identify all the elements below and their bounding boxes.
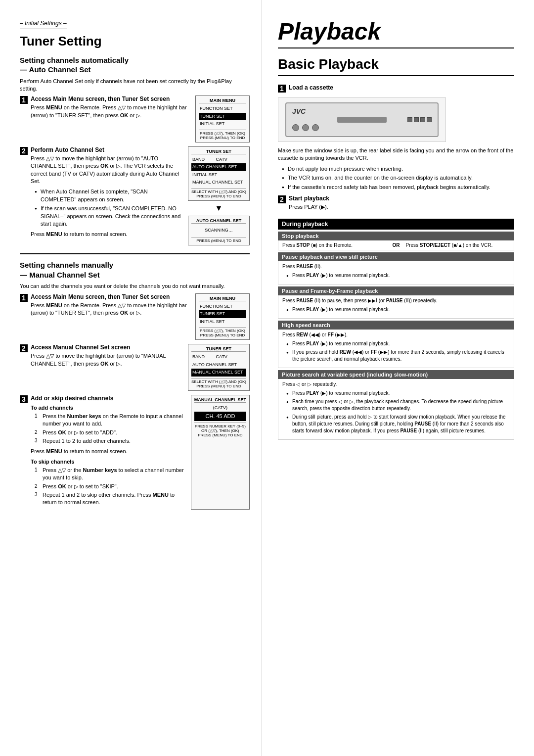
pause-bullet-1: Press PLAY (▶) to resume normal playback… xyxy=(286,272,510,279)
initial-settings-label: – Initial Settings – xyxy=(20,20,67,29)
playback-title: Playback xyxy=(278,20,514,44)
load-cassette-bullets: Do not apply too much pressure when inse… xyxy=(282,165,514,191)
varspeed-section-title: Picture search at variable speed (includ… xyxy=(278,370,514,379)
skip-channels-list: 1Press △▽ or the Number keys to select a… xyxy=(35,467,188,507)
load-cassette-body: Make sure the window side is up, the rea… xyxy=(278,147,514,162)
m-tuner-set: TUNER SET xyxy=(199,310,246,318)
play-step2-title: Start playback xyxy=(289,195,514,202)
auto-screens: TUNER SET BAND CATV AUTO CHANNEL SET INI… xyxy=(188,146,250,246)
manual-step2-num: 2 xyxy=(20,344,28,352)
manual-step3: 3 Add or skip desired channels To add ch… xyxy=(20,395,250,510)
tuner-set-screen: TUNER SET BAND CATV AUTO CHANNEL SET INI… xyxy=(188,146,250,201)
manual-channel-section: Setting channels manually— Manual Channe… xyxy=(20,260,250,509)
vcr-right-btn-4 xyxy=(427,117,432,122)
manual-tuner-title: TUNER SET xyxy=(191,346,246,352)
manual-step1: 1 Access Main Menu screen, then Tuner Se… xyxy=(20,293,250,340)
manual-main-menu-screen: MAIN MENU FUNCTION SET TUNER SET INITIAL… xyxy=(195,293,250,340)
auto-channel-footer: PRESS (MENU) TO END xyxy=(191,237,246,243)
screen-initial-set: INITIAL SET xyxy=(199,120,246,128)
manual-step2: 2 Access Manual Channel Set screen Press… xyxy=(20,344,250,391)
frame-body: Press PAUSE (II) to pause, then press ▶▶… xyxy=(282,297,510,304)
highspeed-section-content: Press REW (◀◀) or FF (▶▶). Press PLAY (▶… xyxy=(278,330,514,368)
add-item-3: 3Repeat 1 to 2 to add other channels. xyxy=(35,437,188,445)
vcr-slot xyxy=(337,117,387,123)
vcr-right-btn-2 xyxy=(414,117,419,122)
ts-initial: INITIAL SET xyxy=(191,171,246,179)
ts-manual: MANUAL CHANNEL SET xyxy=(191,179,246,187)
mcs-footer: PRESS NUMBER KEY (0–9)OR (△▽), THEN (OK)… xyxy=(194,423,246,437)
add-item-1: 1Press the Number keys on the Remote to … xyxy=(35,413,188,428)
tuner-setting-title: Tuner Setting xyxy=(20,34,250,48)
varspeed-section-content: Press ◁ or ▷ repeatedly. Press PLAY (▶) … xyxy=(278,379,514,440)
auto-step1: 1 Access Main Menu screen, then Tuner Se… xyxy=(20,95,250,142)
auto-step2-bullets: When Auto Channel Set is complete, "SCAN… xyxy=(35,188,185,228)
play-step1-content: Load a cassette xyxy=(289,84,514,93)
hs-bullet-2: If you press and hold REW (◀◀) or FF (▶▶… xyxy=(286,349,510,363)
section-divider xyxy=(20,253,250,254)
play-step1-num: 1 xyxy=(278,85,286,93)
manual-tuner-screen: TUNER SET BAND CATV AUTO CHANNEL SET MAN… xyxy=(188,344,250,391)
main-menu-screen-title: MAIN MENU xyxy=(199,98,246,103)
highspeed-body: Press REW (◀◀) or FF (▶▶). xyxy=(282,331,510,338)
manual-step1-num: 1 xyxy=(20,294,28,302)
manual-ch-screen-title: MANUAL CHANNEL SET xyxy=(194,397,246,403)
pause-section-content: Press PAUSE (II). Press PLAY (▶) to resu… xyxy=(278,261,514,284)
manual-step2-title: Access Manual Channel Set screen xyxy=(31,344,185,351)
m-function-set: FUNCTION SET xyxy=(199,303,246,311)
vcr-right-buttons xyxy=(407,117,432,122)
pause-bullets: Press PLAY (▶) to resume normal playback… xyxy=(286,272,510,279)
vcr-brand: JVC xyxy=(292,107,306,115)
add-channels-list: 1Press the Number keys on the Remote to … xyxy=(35,413,188,445)
vcr-body: JVC xyxy=(285,102,439,137)
auto-channel-title: Setting channels automatically— Auto Cha… xyxy=(20,55,250,75)
frame-bullets: Press PLAY (▶) to resume normal playback… xyxy=(286,306,510,313)
vcr-circle-btn-2 xyxy=(302,124,309,131)
screen-function-set: FUNCTION SET xyxy=(199,105,246,113)
skip-item-3: 3Repeat 1 and 2 to skip other channels. … xyxy=(35,491,188,507)
vs-bullet-2: Each time you press ◁ or ▷, the playback… xyxy=(286,398,510,412)
vcr-image: JVC xyxy=(278,97,446,142)
during-playback-container: During playback Stop playback Press STOP… xyxy=(278,219,514,440)
manual-step1-body: Press MENU on the Remote. Press △▽ to mo… xyxy=(31,302,192,317)
screen-arrow-down: ▼ xyxy=(188,204,250,213)
m-initial-set: INITIAL SET xyxy=(199,318,246,326)
vcr-right-btn-3 xyxy=(420,117,425,122)
frame-bullet-1: Press PLAY (▶) to resume normal playback… xyxy=(286,306,510,313)
add-label: To add channels xyxy=(31,405,188,411)
manual-channel-title: Setting channels manually— Manual Channe… xyxy=(20,260,250,280)
lc-bullet-1: Do not apply too much pressure when inse… xyxy=(282,165,514,173)
manual-channel-intro: You can add the channels you want or del… xyxy=(20,283,250,290)
play-step1: 1 Load a cassette xyxy=(278,84,514,93)
stop-row: Press STOP (■) on the Remote. OR Press S… xyxy=(282,242,510,248)
right-column: Playback Basic Playback 1 Load a cassett… xyxy=(262,0,534,756)
screen-main-footer: PRESS (△▽), THEN (OK)PRESS (MENU) TO END xyxy=(199,130,246,140)
auto-step2-title: Perform Auto Channel Set xyxy=(31,146,185,153)
manual-channel-screen: MANUAL CHANNEL SET (CATV) CH. 45 ADD PRE… xyxy=(191,395,250,510)
stop-section-title: Stop playback xyxy=(278,232,514,240)
ts-auto: AUTO CHANNEL SET xyxy=(191,163,246,171)
manual-step1-content: Access Main Menu screen, then Tuner Set … xyxy=(31,293,192,340)
vcr-front-buttons xyxy=(292,124,319,131)
mt-band: BAND CATV xyxy=(191,353,246,361)
auto-step1-content: Access Main Menu screen, then Tuner Set … xyxy=(31,95,192,142)
manual-step3-num: 3 xyxy=(20,395,28,403)
auto-step1-body: Press MENU on the Remote. Press △▽ to mo… xyxy=(31,104,192,119)
mt-manual: MANUAL CHANNEL SET xyxy=(191,369,246,377)
pause-body: Press PAUSE (II). xyxy=(282,263,510,270)
mt-auto: AUTO CHANNEL SET xyxy=(191,361,246,369)
tuner-set-title: TUNER SET xyxy=(191,149,246,154)
manual-step3-content: Add or skip desired channels To add chan… xyxy=(31,395,188,510)
highspeed-section-title: High speed search xyxy=(278,321,514,330)
vcr-circle-btn-3 xyxy=(312,124,319,131)
auto-scanning: SCANNING… xyxy=(191,225,246,236)
auto-bullet-1: When Auto Channel Set is complete, "SCAN… xyxy=(35,188,185,203)
auto-step1-num: 1 xyxy=(20,96,28,104)
auto-step2-body: Press △▽ to move the highlight bar (arro… xyxy=(31,155,185,186)
auto-step2-footer: Press MENU to return to normal screen. xyxy=(31,231,185,238)
manual-step2-body: Press △▽ to move the highlight bar (arro… xyxy=(31,352,185,368)
play-step2-content: Start playback Press PLAY (▶). xyxy=(289,195,514,214)
manual-tuner-footer: SELECT WITH (△▽) AND (OK)PRESS (MENU) TO… xyxy=(191,378,246,388)
auto-step2: 2 Perform Auto Channel Set Press △▽ to m… xyxy=(20,146,250,246)
skip-item-1: 1Press △▽ or the Number keys to select a… xyxy=(35,467,188,482)
lc-bullet-3: If the cassette's record safety tab has … xyxy=(282,184,514,191)
